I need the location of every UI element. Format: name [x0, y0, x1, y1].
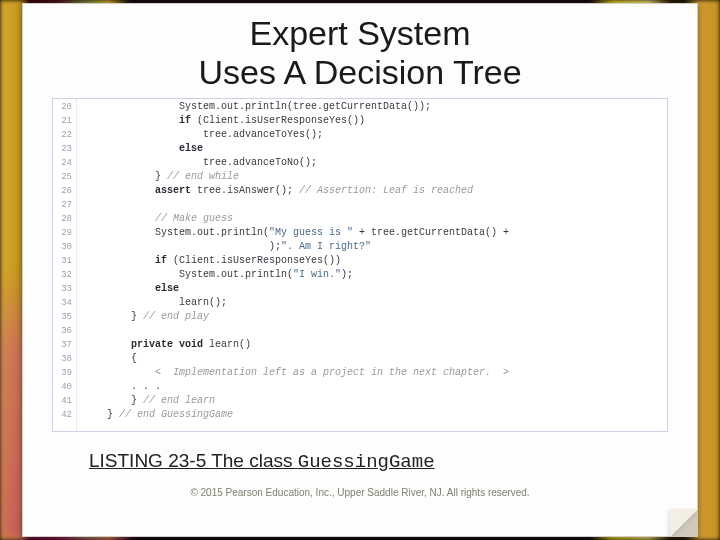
code-line: } // end play [83, 310, 661, 324]
line-number: 30 [53, 240, 72, 254]
line-number: 22 [53, 128, 72, 142]
code-line: } // end GuessingGame [83, 408, 661, 422]
code-line: else [83, 142, 661, 156]
code-body: System.out.println(tree.getCurrentData()… [77, 99, 667, 431]
code-line: assert tree.isAnswer(); // Assertion: Le… [83, 184, 661, 198]
caption-text: LISTING 23-5 The class [89, 450, 298, 471]
slide-title: Expert System Uses A Decision Tree [35, 14, 685, 92]
slide: Expert System Uses A Decision Tree 20212… [22, 3, 698, 537]
code-line: );". Am I right?" [83, 240, 661, 254]
code-line: System.out.println(tree.getCurrentData()… [83, 100, 661, 114]
line-number: 32 [53, 268, 72, 282]
line-number: 28 [53, 212, 72, 226]
line-number: 31 [53, 254, 72, 268]
code-listing: 2021222324252627282930313233343536373839… [52, 98, 668, 432]
code-line: System.out.println("I win."); [83, 268, 661, 282]
code-line: // Make guess [83, 212, 661, 226]
line-number: 37 [53, 338, 72, 352]
line-number: 26 [53, 184, 72, 198]
code-line: if (Client.isUserResponseYes()) [83, 254, 661, 268]
title-line-2: Uses A Decision Tree [198, 53, 521, 91]
code-line: if (Client.isUserResponseYes()) [83, 114, 661, 128]
code-line: < Implementation left as a project in th… [83, 366, 661, 380]
code-line: else [83, 282, 661, 296]
code-line: tree.advanceToNo(); [83, 156, 661, 170]
line-number: 25 [53, 170, 72, 184]
line-number: 34 [53, 296, 72, 310]
code-line: { [83, 352, 661, 366]
code-line: System.out.println("My guess is " + tree… [83, 226, 661, 240]
code-line: } // end learn [83, 394, 661, 408]
caption-classname: GuessingGame [298, 451, 435, 473]
line-number: 24 [53, 156, 72, 170]
line-number: 35 [53, 310, 72, 324]
line-number: 38 [53, 352, 72, 366]
copyright-notice: © 2015 Pearson Education, Inc., Upper Sa… [35, 487, 685, 498]
code-line: } // end while [83, 170, 661, 184]
code-line: private void learn() [83, 338, 661, 352]
code-line [83, 324, 661, 338]
code-line: . . . [83, 380, 661, 394]
line-number: 40 [53, 380, 72, 394]
line-number: 33 [53, 282, 72, 296]
code-line: tree.advanceToYes(); [83, 128, 661, 142]
listing-caption: LISTING 23-5 The class GuessingGame [89, 450, 685, 473]
line-number: 20 [53, 100, 72, 114]
line-number: 39 [53, 366, 72, 380]
code-line [83, 198, 661, 212]
line-number: 36 [53, 324, 72, 338]
line-number: 41 [53, 394, 72, 408]
line-number: 42 [53, 408, 72, 422]
line-number: 27 [53, 198, 72, 212]
line-number: 29 [53, 226, 72, 240]
title-line-1: Expert System [249, 14, 470, 52]
line-number-gutter: 2021222324252627282930313233343536373839… [53, 99, 77, 431]
line-number: 23 [53, 142, 72, 156]
line-number: 21 [53, 114, 72, 128]
page-curl-icon [670, 509, 698, 537]
code-line: learn(); [83, 296, 661, 310]
